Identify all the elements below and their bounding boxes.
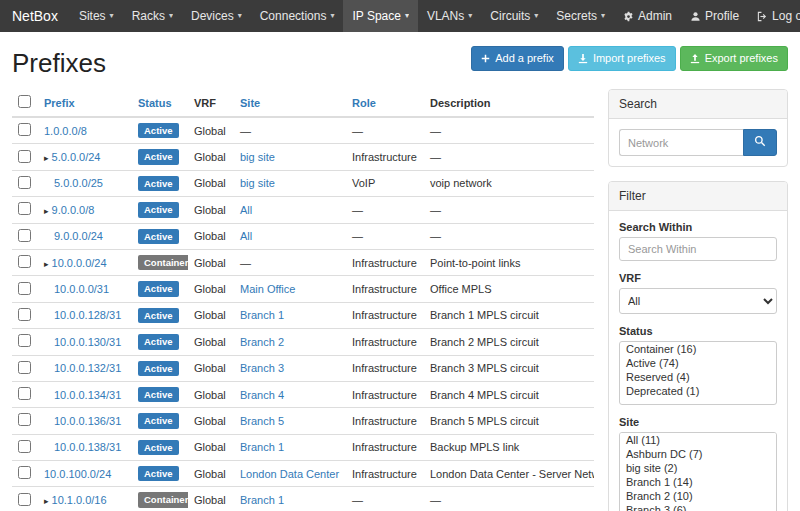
role-cell: — [346,117,424,144]
site-link[interactable]: Branch 2 [240,336,284,348]
row-checkbox[interactable] [18,282,31,295]
prefix-link[interactable]: 1.0.0.0/8 [44,125,87,137]
column-header-site[interactable]: Site [234,89,346,117]
row-checkbox[interactable] [18,123,31,136]
site-link[interactable]: Main Office [240,283,295,295]
vrf-cell: Global [188,117,234,144]
site-link[interactable]: Branch 1 [240,441,284,453]
prefix-link[interactable]: 9.0.0.0/24 [54,230,103,242]
status-filter-select[interactable]: Container (16)Active (74)Reserved (4)Dep… [619,341,777,405]
prefix-table-container: PrefixStatusVRFSiteRoleDescription 1.0.0… [12,89,594,511]
brand-link[interactable]: NetBox [8,0,70,32]
status-badge: Active [138,281,179,296]
table-row: 10.0.0.128/31 Active Global Branch 1 Inf… [12,302,594,328]
row-checkbox[interactable] [18,229,31,242]
row-checkbox[interactable] [18,202,31,215]
site-link[interactable]: Branch 4 [240,389,284,401]
nav-item-admin[interactable]: Admin [614,0,681,32]
nav-item-racks[interactable]: Racks ▾ [123,0,182,32]
prefix-link[interactable]: 10.1.0.0/16 [52,494,107,506]
row-checkbox[interactable] [18,387,31,400]
nav-item-profile[interactable]: Profile [681,0,748,32]
vrf-filter-label: VRF [619,272,777,284]
prefix-link[interactable]: 5.0.0.0/24 [52,151,101,163]
site-link[interactable]: big site [240,151,275,163]
table-row: 10.0.0.138/31 Active Global Branch 1 Inf… [12,434,594,460]
vrf-filter-select[interactable]: All [619,288,777,314]
site-link[interactable]: Branch 3 [240,362,284,374]
nav-item-connections[interactable]: Connections ▾ [251,0,344,32]
column-header-role[interactable]: Role [346,89,424,117]
prefix-link[interactable]: 10.0.0.132/31 [54,362,121,374]
row-checkbox[interactable] [18,176,31,189]
filter-option[interactable]: All (11) [620,433,776,447]
prefix-link[interactable]: 10.0.0.134/31 [54,389,121,401]
navbar-menu: Sites ▾ Racks ▾ Devices ▾ Connections ▾ … [70,0,614,32]
filter-option[interactable]: Branch 1 (14) [620,475,776,489]
prefix-link[interactable]: 10.0.100.0/24 [44,468,111,480]
prefix-link[interactable]: 9.0.0.0/8 [52,204,95,216]
role-cell: — [346,197,424,223]
site-link[interactable]: All [240,230,252,242]
filter-option[interactable]: Container (16) [620,342,776,356]
nav-item-devices[interactable]: Devices ▾ [182,0,251,32]
vrf-cell: Global [188,381,234,407]
vrf-cell: Global [188,355,234,381]
action-button-label: Add a prefix [495,51,554,66]
prefix-link[interactable]: 10.0.0.128/31 [54,309,121,321]
site-link[interactable]: big site [240,177,275,189]
select-all-cell [12,89,38,117]
prefix-link[interactable]: 5.0.0.0/25 [54,177,103,189]
row-checkbox[interactable] [18,361,31,374]
vrf-cell: Global [188,276,234,302]
site-link[interactable]: Branch 1 [240,494,284,506]
export-prefixes-button[interactable]: Export prefixes [680,46,788,71]
site-filter-select[interactable]: All (11)Ashburn DC (7)big site (2)Branch… [619,432,777,511]
nav-item-label: Connections [260,9,327,23]
filter-option[interactable]: Branch 3 (6) [620,503,776,511]
column-header-prefix[interactable]: Prefix [38,89,132,117]
table-row: 1.0.0.0/8 Active Global — — — [12,117,594,144]
nav-item-sites[interactable]: Sites ▾ [70,0,123,32]
nav-item-vlans[interactable]: VLANs ▾ [418,0,481,32]
search-button[interactable] [743,129,777,156]
nav-item-logout[interactable]: Log out [748,0,800,32]
search-panel-title: Search [609,90,787,119]
column-header-status[interactable]: Status [132,89,188,117]
nav-item-ip-space[interactable]: IP Space ▾ [343,0,418,32]
filter-option[interactable]: Ashburn DC (7) [620,447,776,461]
prefix-link[interactable]: 10.0.0.0/31 [54,283,109,295]
site-link[interactable]: Branch 5 [240,415,284,427]
page-actions: Add a prefix Import prefixes Export pref… [471,46,788,71]
filter-option[interactable]: Reserved (4) [620,370,776,384]
prefix-link[interactable]: 10.0.0.136/31 [54,415,121,427]
row-checkbox[interactable] [18,255,31,268]
row-checkbox[interactable] [18,334,31,347]
vrf-cell: Global [188,434,234,460]
filter-option[interactable]: big site (2) [620,461,776,475]
select-all-checkbox[interactable] [18,95,31,108]
nav-item-circuits[interactable]: Circuits ▾ [481,0,547,32]
row-checkbox[interactable] [18,413,31,426]
prefix-link[interactable]: 10.0.0.130/31 [54,336,121,348]
add-prefix-button[interactable]: Add a prefix [471,46,564,71]
filter-option[interactable]: Deprecated (1) [620,384,776,398]
nav-item-secrets[interactable]: Secrets ▾ [547,0,614,32]
row-checkbox[interactable] [18,308,31,321]
prefix-link[interactable]: 10.0.0.138/31 [54,441,121,453]
search-within-input[interactable] [619,237,777,261]
site-link[interactable]: Branch 1 [240,309,284,321]
row-checkbox[interactable] [18,440,31,453]
row-checkbox[interactable] [18,150,31,163]
import-prefixes-button[interactable]: Import prefixes [568,46,676,71]
filter-option[interactable]: Active (74) [620,356,776,370]
row-checkbox[interactable] [18,493,31,506]
filter-option[interactable]: Branch 2 (10) [620,489,776,503]
site-link[interactable]: All [240,204,252,216]
status-badge: Active [138,123,179,138]
vrf-cell: Global [188,302,234,328]
site-link[interactable]: London Data Center [240,468,339,480]
prefix-link[interactable]: 10.0.0.0/24 [52,257,107,269]
row-checkbox[interactable] [18,466,31,479]
search-input[interactable] [619,129,743,156]
